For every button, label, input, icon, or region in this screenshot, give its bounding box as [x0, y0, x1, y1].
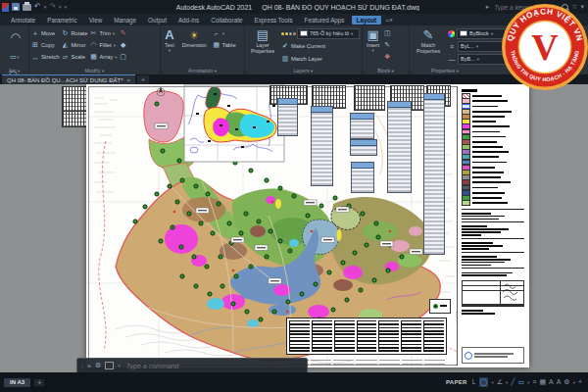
add-status-icon[interactable]: + — [578, 377, 582, 387]
scale-button[interactable]: ▱Scale — [61, 51, 87, 63]
modify-panel-label[interactable]: Modify — [85, 68, 101, 74]
tab-layout[interactable]: Layout — [352, 16, 382, 24]
annotation-scale-icon[interactable]: A — [549, 377, 554, 387]
landuse-table — [311, 106, 333, 186]
redo-icon[interactable]: ↷ — [49, 3, 56, 11]
annotation-panel-label[interactable]: Annotation — [188, 68, 213, 74]
arc-icon[interactable]: ◠ — [11, 30, 19, 44]
new-layout-button[interactable]: + — [34, 379, 44, 386]
command-input[interactable] — [124, 362, 303, 370]
command-dropdown-icon[interactable]: ▾ — [118, 363, 121, 368]
tab-collaborate[interactable]: Collaborate — [206, 16, 247, 24]
quy-hoach-viet-badge: QUY HOẠCH VIỆT VN THÔNG TIN QUY HOẠCH - … — [486, 0, 588, 104]
tab-manage[interactable]: Manage — [109, 16, 141, 24]
grid-icon[interactable]: ▦ — [539, 377, 546, 387]
polar-tracking-icon[interactable]: ╱ — [511, 377, 514, 387]
undo-icon[interactable]: ↶ — [34, 3, 41, 11]
layer-color-icon[interactable] — [293, 32, 296, 35]
landuse-table — [350, 139, 377, 156]
drawing-canvas[interactable]: ⁞ × ⚙ ▾ — [0, 84, 588, 372]
copy-button[interactable]: ⊞Copy — [31, 39, 59, 51]
layer-on-bulb-icon[interactable] — [281, 32, 284, 35]
color-wheel-icon[interactable] — [448, 30, 455, 37]
customization-gear-icon[interactable]: ⚙ — [564, 377, 569, 387]
layer-freeze-sun-icon[interactable] — [285, 32, 288, 35]
dimension-button[interactable]: ☀ Dimension — [180, 27, 209, 65]
match-properties-button[interactable]: ✎ Match Properties — [412, 27, 445, 65]
fillet-button[interactable]: ◠Fillet▾ — [89, 39, 117, 51]
create-block-icon[interactable]: ◫ — [383, 29, 391, 37]
app-logo-icon[interactable] — [2, 3, 9, 12]
layer-color-swatch — [300, 30, 308, 36]
annotation-visibility-icon[interactable]: A — [557, 377, 562, 387]
redo-dropdown-icon[interactable]: ▾ — [59, 4, 62, 10]
tree-legend-box — [429, 299, 451, 314]
block-panel-label[interactable]: Block — [377, 68, 390, 74]
layer-lock-icon[interactable] — [289, 32, 292, 35]
lineweight-icon[interactable]: ≡ — [532, 377, 536, 387]
qat-overflow-icon[interactable]: ▾ — [64, 4, 67, 10]
document-title: QH 08- BẢN ĐỒ QUY HOẠCH SỬ DỤNG ĐẤT.dwg — [262, 4, 419, 11]
tab-addins[interactable]: Add-ins — [173, 16, 204, 24]
paper-space-label[interactable]: PAPER — [446, 379, 467, 385]
ortho-icon[interactable]: L — [472, 377, 476, 387]
snap-angle-icon[interactable]: ∠ — [497, 377, 503, 387]
trim-button[interactable]: ✂Trim▾ — [89, 27, 117, 39]
save-icon[interactable] — [12, 3, 20, 11]
match-properties-icon: ✎ — [423, 28, 434, 42]
rotate-button[interactable]: ↻Rotate — [61, 27, 87, 39]
erase-pencil-icon[interactable]: ✎ — [120, 29, 127, 37]
object-snap-icon[interactable]: ▭ — [517, 377, 524, 387]
tree-symbol-icon — [433, 304, 438, 309]
layer-properties-icon: ▤ — [257, 28, 269, 42]
drawing-tab[interactable]: QH 08- BẢN ĐỒ QU...ẠCH SỬ DỤNG ĐẤT* × — [2, 74, 135, 84]
panel-layers: ▤ Layer Properties 765-Ô ký hiệu lô ▾ ✔M… — [245, 25, 363, 74]
layout-tab-in-a3[interactable]: IN A3 — [4, 378, 30, 387]
array-button[interactable]: ▦Array▾ — [89, 51, 117, 63]
match-layer-button[interactable]: ▥Match Layer — [281, 53, 360, 65]
rotate-icon: ↻ — [61, 29, 69, 37]
fillet-icon: ◠ — [89, 41, 97, 49]
command-line[interactable]: ⁞ × ⚙ ▾ — [76, 358, 308, 372]
tab-parametric[interactable]: Parametric — [42, 16, 81, 24]
text-button[interactable]: A Text▾ — [163, 27, 176, 65]
stretch-button[interactable]: ↔Stretch — [31, 51, 59, 63]
layer-select-dropdown[interactable]: 765-Ô ký hiệu lô ▾ — [297, 28, 360, 39]
autocad-window: ↶▾ ↷▾ ▾ Autodesk AutoCAD 2021 QH 08- BẢN… — [0, 0, 588, 392]
signature-table — [462, 280, 524, 306]
recent-commands-icon[interactable] — [105, 362, 114, 369]
tab-annotate[interactable]: Annotate — [6, 16, 40, 24]
rect-dropdown-icon[interactable]: ▾ — [17, 55, 19, 60]
array-icon: ▦ — [89, 53, 97, 61]
layer-properties-button[interactable]: ▤ Layer Properties — [247, 27, 278, 65]
tab-featured-apps[interactable]: Featured Apps — [300, 16, 350, 24]
tab-view[interactable]: View — [84, 16, 108, 24]
print-icon[interactable] — [23, 4, 31, 11]
tab-express-tools[interactable]: Express Tools — [249, 16, 297, 24]
table-button[interactable]: ▦Table — [213, 39, 236, 51]
layers-panel-label[interactable]: Layers — [294, 68, 310, 74]
close-tab-icon[interactable]: × — [126, 77, 130, 83]
offset-icon[interactable]: ▢ — [120, 53, 127, 61]
mirror-button[interactable]: ◭Mirror — [61, 39, 87, 51]
make-current-button[interactable]: ✔Make Current — [281, 40, 360, 52]
leader-icon[interactable]: ⌐ — [213, 30, 220, 37]
ribbon-display-toggle-icon[interactable]: ▭▾ — [385, 17, 392, 23]
explode-icon[interactable]: ◆ — [120, 41, 127, 49]
isodraft-icon[interactable]: ◯ — [479, 377, 489, 387]
trim-icon: ✂ — [89, 29, 97, 37]
command-close-icon[interactable]: × — [87, 363, 91, 369]
edit-block-icon[interactable]: ✎ — [383, 41, 391, 49]
new-drawing-tab-button[interactable]: + — [137, 75, 149, 84]
insert-button[interactable]: ▣ Insert▾ — [365, 27, 381, 65]
block-attributes-icon[interactable]: ❖ — [383, 53, 391, 61]
command-grip-icon[interactable]: ⁞ — [81, 363, 83, 369]
linetype-rows-icon: — — [448, 56, 456, 63]
tab-output[interactable]: Output — [143, 16, 172, 24]
wrench-icon[interactable]: ⚙ — [95, 362, 101, 369]
properties-panel-label[interactable]: Properties — [431, 68, 455, 74]
table-icon: ▦ — [213, 41, 220, 49]
move-button[interactable]: +Move — [31, 27, 59, 39]
panel-draw: ◠ ▭▾ ◯▾ Arc ▾ — [0, 25, 29, 74]
undo-dropdown-icon[interactable]: ▾ — [44, 4, 47, 10]
